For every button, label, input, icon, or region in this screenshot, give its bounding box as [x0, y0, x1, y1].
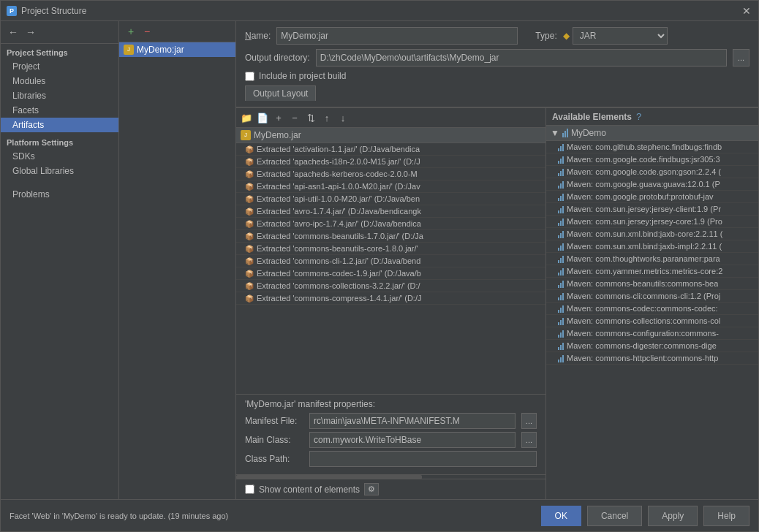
- jar-file-icon-0: 📦: [245, 145, 254, 153]
- avail-item[interactable]: Maven: com.google.code.findbugs:jsr305:3: [546, 153, 758, 166]
- maven-icon-3: [558, 180, 564, 189]
- artifact-list-item[interactable]: J MyDemo:jar: [119, 42, 235, 57]
- remove-artifact-button[interactable]: −: [140, 24, 154, 39]
- tree-item[interactable]: 📦 Extracted 'commons-beanutils-1.7.0.jar…: [236, 230, 545, 243]
- main-class-browse-btn[interactable]: ...: [521, 432, 537, 448]
- help-button[interactable]: Help: [703, 506, 749, 526]
- avail-section-mydemo[interactable]: ▼ MyDemo: [546, 126, 758, 141]
- tree-item[interactable]: 📦 Extracted 'activation-1.1.jar/' (D:/Ja…: [236, 143, 545, 156]
- avail-section-label: MyDemo: [571, 128, 606, 138]
- maven-icon-0: [558, 142, 564, 151]
- name-input[interactable]: [276, 27, 518, 45]
- tree-item[interactable]: 📦 Extracted 'commons-collections-3.2.2.j…: [236, 280, 545, 292]
- sidebar-item-artifacts[interactable]: Artifacts: [1, 118, 118, 132]
- maven-icon-6: [558, 217, 564, 226]
- avail-item[interactable]: Maven: com.google.protobuf:protobuf-jav: [546, 191, 758, 203]
- jar-type-icon: ◆: [563, 31, 570, 41]
- main-content: ← → Project Settings Project Modules Lib…: [1, 21, 758, 499]
- main-class-input[interactable]: [309, 432, 516, 448]
- sidebar-item-modules[interactable]: Modules: [1, 74, 118, 88]
- manifest-file-input[interactable]: [309, 413, 516, 429]
- sidebar-item-facets[interactable]: Facets: [1, 103, 118, 118]
- show-content-label: Show content of elements: [259, 484, 360, 495]
- avail-item[interactable]: Maven: commons-codec:commons-codec:: [546, 303, 758, 315]
- platform-settings-header: Platform Settings: [1, 132, 118, 149]
- avail-item[interactable]: Maven: com.yammer.metrics:metrics-core:2: [546, 265, 758, 278]
- sidebar-item-global-libraries[interactable]: Global Libraries: [1, 164, 118, 178]
- bottom-buttons: OK Cancel Apply Help: [541, 506, 749, 526]
- add-artifact-button[interactable]: +: [124, 24, 138, 39]
- browse-button[interactable]: ...: [733, 49, 749, 66]
- file-toolbar-btn[interactable]: 📄: [255, 110, 270, 125]
- add-toolbar-btn[interactable]: +: [271, 110, 286, 125]
- avail-item-text-0: Maven: com.github.stephenc.findbugs:find…: [567, 142, 722, 151]
- maven-icon-14: [558, 316, 564, 325]
- sidebar-item-sdks[interactable]: SDKs: [1, 149, 118, 164]
- avail-item[interactable]: Maven: commons-configuration:commons-: [546, 327, 758, 340]
- avail-item[interactable]: Maven: com.sun.jersey:jersey-core:1.9 (P…: [546, 216, 758, 228]
- tree-header: J MyDemo.jar: [236, 128, 545, 143]
- avail-item[interactable]: Maven: com.sun.xml.bind:jaxb-impl:2.2.11…: [546, 240, 758, 253]
- tree-item[interactable]: 📦 Extracted 'commons-compress-1.4.1.jar/…: [236, 292, 545, 305]
- tree-item[interactable]: 📦 Extracted 'api-util-1.0.0-M20.jar/' (D…: [236, 193, 545, 205]
- sidebar-item-problems[interactable]: Problems: [1, 187, 118, 202]
- status-text: Facet 'Web' in 'MyDemo' is ready to upda…: [10, 512, 228, 520]
- folder-toolbar-btn[interactable]: 📁: [239, 110, 254, 125]
- avail-item-text-12: Maven: commons-cli:commons-cli:1.2 (Proj: [567, 292, 720, 300]
- manifest-browse-btn[interactable]: ...: [521, 413, 537, 429]
- jar-file-icon-1: 📦: [245, 158, 254, 166]
- sidebar-item-project[interactable]: Project: [1, 59, 118, 74]
- tree-item[interactable]: 📦 Extracted 'apacheds-kerberos-codec-2.0…: [236, 168, 545, 180]
- avail-item[interactable]: Maven: com.google.guava:guava:12.0.1 (P: [546, 178, 758, 191]
- tree-item[interactable]: 📦 Extracted 'apacheds-i18n-2.0.0-M15.jar…: [236, 156, 545, 168]
- maven-icon-16: [558, 341, 564, 350]
- jar-icon: J: [124, 45, 134, 55]
- tree-item-text-10: Extracted 'commons-codec-1.9.jar/' (D:/J…: [257, 269, 421, 278]
- maven-icon-12: [558, 292, 564, 300]
- avail-item[interactable]: Maven: com.sun.xml.bind:jaxb-core:2.2.11…: [546, 228, 758, 240]
- down-toolbar-btn[interactable]: ↓: [336, 110, 350, 125]
- remove-toolbar-btn[interactable]: −: [287, 110, 302, 125]
- avail-item[interactable]: Maven: com.sun.jersey:jersey-client:1.9 …: [546, 203, 758, 216]
- avail-item[interactable]: Maven: commons-cli:commons-cli:1.2 (Proj: [546, 290, 758, 303]
- tree-item[interactable]: 📦 Extracted 'avro-1.7.4.jar/' (D:/Java/b…: [236, 205, 545, 218]
- class-path-input[interactable]: [309, 451, 537, 467]
- avail-item[interactable]: Maven: commons-collections:commons-col: [546, 315, 758, 327]
- avail-item[interactable]: Maven: commons-beanutils:commons-bea: [546, 278, 758, 290]
- include-checkbox[interactable]: [245, 72, 254, 81]
- avail-item[interactable]: Maven: com.google.code.gson:gson:2.2.4 (: [546, 166, 758, 178]
- show-content-options-btn[interactable]: ⚙: [364, 483, 379, 495]
- sidebar-item-libraries[interactable]: Libraries: [1, 88, 118, 103]
- tree-item[interactable]: 📦 Extracted 'commons-codec-1.9.jar/' (D:…: [236, 267, 545, 280]
- sort-toolbar-btn[interactable]: ⇅: [303, 110, 318, 125]
- avail-item-text-2: Maven: com.google.code.gson:gson:2.2.4 (: [567, 167, 721, 176]
- apply-button[interactable]: Apply: [648, 506, 698, 526]
- back-button[interactable]: ←: [5, 24, 21, 40]
- up-toolbar-btn[interactable]: ↑: [320, 110, 334, 125]
- avail-item[interactable]: Maven: com.github.stephenc.findbugs:find…: [546, 141, 758, 153]
- type-select[interactable]: JAR: [573, 27, 668, 45]
- close-button[interactable]: ✕: [741, 5, 752, 17]
- available-help-icon[interactable]: ?: [636, 111, 641, 122]
- artifact-left: 📁 📄 + − ⇅ ↑ ↓ J MyDemo.jar: [236, 108, 546, 499]
- dialog-icon: P: [7, 6, 17, 16]
- tree-item-text-9: Extracted 'commons-cli-1.2.jar/' (D:/Jav…: [257, 256, 420, 265]
- manifest-file-label: Manifest File:: [245, 416, 303, 426]
- output-layout-tab[interactable]: Output Layout: [245, 86, 316, 101]
- avail-item-text-5: Maven: com.sun.jersey:jersey-client:1.9 …: [567, 205, 721, 213]
- ok-button[interactable]: OK: [541, 506, 581, 526]
- avail-item[interactable]: Maven: com.thoughtworks.paranamer:para: [546, 253, 758, 265]
- tree-item[interactable]: 📦 Extracted 'api-asn1-api-1.0.0-M20.jar/…: [236, 180, 545, 193]
- forward-button[interactable]: →: [23, 24, 39, 40]
- avail-item[interactable]: Maven: commons-digester:commons-dige: [546, 340, 758, 352]
- output-dir-input[interactable]: [316, 49, 727, 66]
- show-content-checkbox[interactable]: [245, 484, 254, 494]
- tree-item[interactable]: 📦 Extracted 'avro-ipc-1.7.4.jar/' (D:/Ja…: [236, 218, 545, 230]
- maven-icon-17: [558, 354, 564, 362]
- tree-jar-icon: J: [241, 130, 251, 140]
- tree-item[interactable]: 📦 Extracted 'commons-beanutils-core-1.8.…: [236, 243, 545, 255]
- tree-item[interactable]: 📦 Extracted 'commons-cli-1.2.jar/' (D:/J…: [236, 255, 545, 267]
- cancel-button[interactable]: Cancel: [587, 506, 642, 526]
- jar-file-icon-12: 📦: [245, 294, 254, 303]
- avail-item[interactable]: Maven: commons-httpclient:commons-http: [546, 352, 758, 365]
